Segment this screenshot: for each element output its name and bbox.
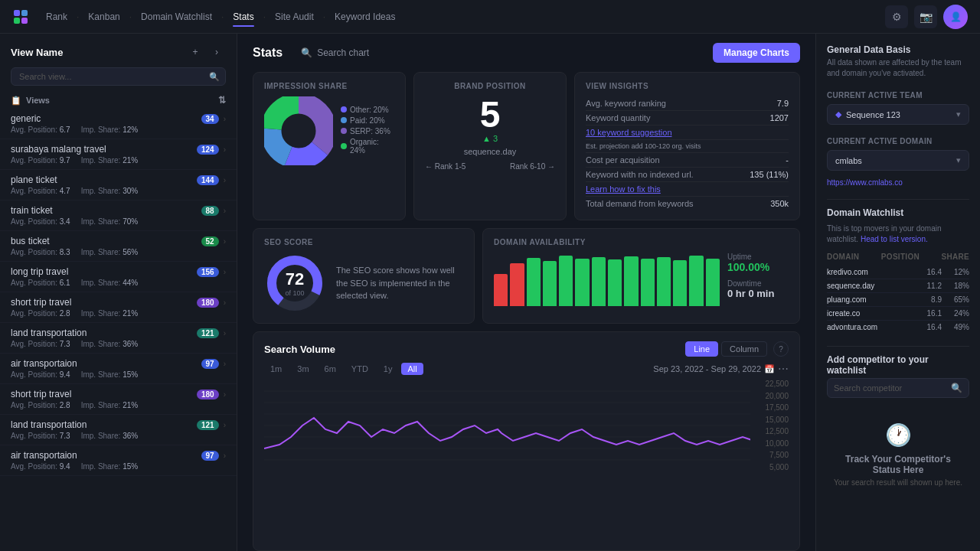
search-volume-chart: 22,50020,00017,50015,00012,50010,0007,50… [264,380,789,471]
search-volume-card: Search Volume Line Column ? 1m 3m 6m YTD… [253,331,800,551]
view-insights-title: VIEW INSIGHTS [586,82,789,90]
chevron-right-icon: › [224,145,226,154]
domain-url-link[interactable]: https://www.cmlabs.co [827,178,969,187]
right-panel: General Data Basis All data shown are af… [815,34,980,551]
sidebar-item-row2: Avg. Position: 9.4 Imp. Share: 15% [11,462,226,471]
sidebar-item[interactable]: plane ticket 144 › Avg. Position: 4.7 Im… [0,170,237,201]
cards-row-2: SEO SCORE 72 of 100 The SEO score shows … [237,228,815,331]
sidebar-item[interactable]: air transportaion 97 › Avg. Position: 9.… [0,445,237,476]
sidebar-item-badge: 180 [197,390,219,399]
sidebar-item-badge: 52 [201,236,219,246]
sidebar-item-row1: short trip travel 180 › [11,297,226,308]
sidebar-item[interactable]: train ticket 88 › Avg. Position: 3.4 Imp… [0,201,237,231]
sidebar-item-row1: short trip travel 180 › [11,389,226,399]
insights-link[interactable]: 10 keyword suggestion [586,128,672,137]
sidebar-item[interactable]: land transportation 121 › Avg. Position:… [0,323,237,354]
domain-watchlist-table-header: DOMAIN POSITION SHARE [827,253,969,261]
team-selector[interactable]: ◆ Sequence 123 ▾ [827,104,969,125]
domain-watchlist-row: sequence.day 11.2 18% [827,279,969,293]
dw-share-value: 49% [942,323,969,331]
line-chart-svg [264,380,750,471]
domain-selector[interactable]: cmlabs ▾ [827,150,969,171]
competitor-search-input[interactable] [834,383,946,393]
insights-row: 10 keyword suggestion [586,126,789,140]
sidebar-item-row1: surabaya malang travel 124 › [11,144,226,155]
nav-item-keyword-ideas[interactable]: Keyword Ideas [327,8,403,25]
sidebar-item[interactable]: bus ticket 52 › Avg. Position: 8.3 Imp. … [0,231,237,262]
domain-bar [624,256,638,306]
brand-prev-btn[interactable]: ← Rank 1-5 [425,162,466,171]
sidebar-item-badge: 180 [197,298,219,308]
sidebar-item-badge: 121 [197,420,219,430]
sidebar-item-name: land transportation [11,328,192,338]
imp-share-label: Imp. Share: 44% [81,279,138,287]
sidebar-item-badge: 97 [201,451,219,461]
sidebar-item-name: land transportation [11,419,192,430]
sidebar-item-row2: Avg. Position: 7.3 Imp. Share: 36% [11,340,226,348]
user-avatar[interactable]: 👤 [943,5,968,29]
sidebar-item[interactable]: surabaya malang travel 124 › Avg. Positi… [0,139,237,170]
sidebar-item[interactable]: land transportation 121 › Avg. Position:… [0,415,237,445]
brand-next-btn[interactable]: Rank 6-10 → [510,162,555,171]
filter-ytd[interactable]: YTD [345,363,374,375]
current-domain-section: CURRENT ACTIVE DOMAIN cmlabs ▾ https://w… [827,137,969,187]
calendar-icon: 📅 [764,364,775,374]
sidebar-item[interactable]: short trip travel 180 › Avg. Position: 2… [0,292,237,323]
pie-container: Other: 20% Paid: 20% SERP: 36% Orga [264,96,394,165]
insights-row: Cost per acquisition - [586,153,789,168]
settings-icon-btn[interactable]: ⚙ [885,5,908,28]
manage-charts-button[interactable]: Manage Charts [713,43,800,63]
avg-position-label: Avg. Position: 6.7 [11,126,70,134]
search-volume-info-btn[interactable]: ? [773,341,789,357]
insights-row: Avg. keyword ranking 7.9 [586,96,789,111]
avg-position-label: Avg. Position: 7.3 [11,432,70,440]
filter-all[interactable]: All [401,363,423,375]
filter-1m[interactable]: 1m [264,363,288,375]
sidebar-item[interactable]: short trip travel 180 › Avg. Position: 2… [0,384,237,415]
column-chart-btn[interactable]: Column [721,341,767,357]
y-axis-label: 15,000 [765,416,789,424]
track-competitor-description: Your search result will shown up here. [833,478,963,487]
line-chart-btn[interactable]: Line [685,341,718,357]
nav-item-kanban[interactable]: Kanban [80,8,127,25]
dw-position-value: 16.4 [914,323,942,331]
nav-item-stats[interactable]: Stats [225,8,261,25]
page-title: Stats [253,46,283,60]
sidebar-item-name: air transportaion [11,450,197,461]
sidebar-search-input[interactable] [11,67,226,86]
add-view-button[interactable]: + [186,43,204,61]
add-competitor-section: Add competitor to your watchlist 🔍 [827,354,969,398]
sidebar-item-badge: 97 [201,359,219,369]
filter-6m[interactable]: 6m [318,363,342,375]
brand-position-number: 5 [425,96,555,133]
filter-1y[interactable]: 1y [377,363,399,375]
insights-value: - [786,155,789,165]
domain-downtime: Downtime 0 hr 0 min [727,279,789,299]
sidebar-item[interactable]: long trip travel 156 › Avg. Position: 6.… [0,262,237,292]
domain-watchlist-link[interactable]: Head to list version. [861,235,928,243]
expand-sidebar-button[interactable]: › [207,43,226,61]
nav-item-rank[interactable]: Rank [38,8,75,25]
sidebar-item[interactable]: air transportaion 97 › Avg. Position: 9.… [0,354,237,384]
insights-link[interactable]: Learn how to fix this [586,184,661,194]
current-team-label: CURRENT ACTIVE TEAM [827,91,969,99]
filter-3m[interactable]: 3m [291,363,315,375]
team-icon: ◆ [835,109,841,119]
domain-bar [706,259,720,306]
imp-share-label: Imp. Share: 21% [81,401,138,409]
camera-icon-btn[interactable]: 📷 [914,5,937,28]
divider-2 [827,346,969,347]
sidebar-item-row1: generic 34 › [11,113,226,124]
nav-separator: · [129,11,132,22]
nav-item-site-audit[interactable]: Site Audit [267,8,322,25]
sidebar-header: View Name + › [0,34,237,67]
sidebar-item-name: air transportaion [11,358,197,369]
search-chart-button[interactable]: 🔍 Search chart [292,44,378,62]
chart-type-toggle: Line Column [685,341,767,357]
nav-item-domain-watchlist[interactable]: Domain Watchlist [133,8,220,25]
more-options-btn[interactable]: ⋯ [778,363,789,375]
sort-icon[interactable]: ⇅ [218,95,226,106]
avg-position-label: Avg. Position: 6.1 [11,279,70,287]
sidebar-item[interactable]: generic 34 › Avg. Position: 6.7 Imp. Sha… [0,109,237,139]
add-competitor-title: Add competitor to your watchlist [827,354,969,376]
